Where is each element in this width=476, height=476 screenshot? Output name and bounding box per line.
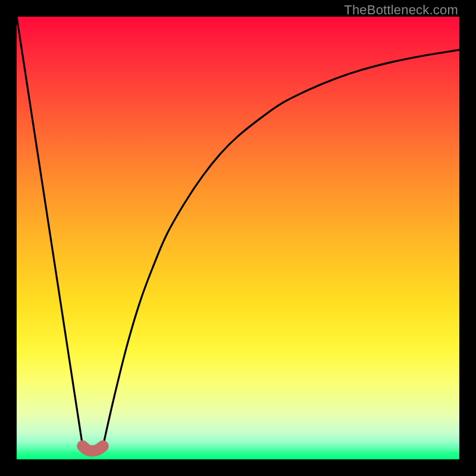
optimal-range-marker [83,446,103,451]
watermark-text: TheBottleneck.com [344,2,458,18]
chart-frame: TheBottleneck.com [0,0,476,476]
curve-right-branch [103,50,459,446]
curve-left-branch [17,17,83,446]
chart-plot-area [17,17,459,459]
chart-svg [17,17,459,459]
